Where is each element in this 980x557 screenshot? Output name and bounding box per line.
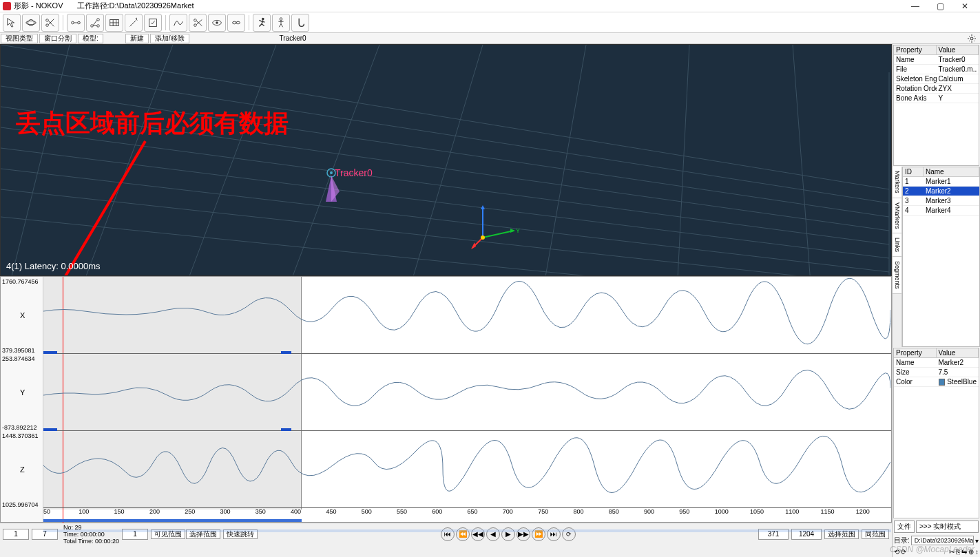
tool-grid-icon[interactable] <box>105 14 123 32</box>
tool-chain-icon[interactable] <box>227 14 245 32</box>
svg-point-23 <box>970 37 973 40</box>
marker-row: 1Marker1 <box>903 177 979 187</box>
svg-marker-51 <box>471 242 476 249</box>
subbar-viewtype[interactable]: 视图类型 <box>1 34 38 43</box>
main-toolbar <box>0 12 980 33</box>
tool-select-icon[interactable] <box>3 14 21 32</box>
svg-point-8 <box>97 18 100 21</box>
curve-plot-area[interactable]: 50100150 200250300 350400450 500550600 6… <box>43 277 891 522</box>
subbar-model[interactable]: 模型: <box>78 34 103 43</box>
watermark: CSDN @MocapLeader <box>890 545 974 554</box>
file-button[interactable]: 文件 <box>894 521 915 533</box>
tool-branch-icon[interactable] <box>86 14 104 32</box>
tool-cut-icon[interactable] <box>41 14 59 32</box>
marker-row-selected: 2Marker2 <box>903 187 979 196</box>
curve-z <box>43 431 890 508</box>
dir-label: 目录: <box>894 536 910 545</box>
marker-row: 3Marker3 <box>903 196 979 206</box>
subbar-new[interactable]: 新建 <box>125 34 149 43</box>
subbar-split[interactable]: 窗口分割 <box>39 34 76 43</box>
svg-point-4 <box>72 21 74 24</box>
gear-icon[interactable] <box>966 33 977 44</box>
tool-person-stand-icon[interactable] <box>272 14 290 32</box>
timeline-selection-bar[interactable] <box>43 519 302 522</box>
svg-point-1 <box>26 21 36 24</box>
bottom-bar: 1 7 No: 29 Time: 00:00:00 Total Time: 00… <box>0 523 892 545</box>
svg-point-21 <box>262 17 264 20</box>
svg-point-3 <box>46 19 49 21</box>
svg-line-36 <box>276 45 379 275</box>
tool-scissors-icon[interactable] <box>189 14 207 32</box>
frame-in-1[interactable]: 1 <box>3 529 29 540</box>
vtab-vmarkers[interactable]: VMarkers <box>893 198 901 234</box>
realtime-button[interactable]: >>> 实时模式 <box>916 521 979 533</box>
tool-orbit-icon[interactable] <box>22 14 40 32</box>
svg-point-16 <box>194 23 197 26</box>
dir-path[interactable]: D:\Data\20230926Mar <box>911 536 974 545</box>
svg-line-35 <box>173 45 276 275</box>
svg-point-18 <box>216 21 218 24</box>
time-total: Total Time: 00:00:20 <box>63 538 119 545</box>
svg-point-45 <box>330 171 333 174</box>
svg-line-38 <box>538 45 586 275</box>
svg-text:Y: Y <box>516 227 520 234</box>
vtab-markers[interactable]: Markers <box>893 167 901 198</box>
tool-person-run-icon[interactable] <box>253 14 271 32</box>
vtab-links[interactable]: Links <box>893 233 901 257</box>
edit-icon[interactable]: ↕ <box>975 548 979 556</box>
sub-toolbar: 视图类型 窗口分割 模型: 新建 添加/移除 Tracker0 <box>0 33 980 44</box>
svg-point-5 <box>78 21 81 24</box>
svg-point-22 <box>280 17 282 20</box>
annotation-arrow <box>35 134 173 276</box>
app-title: 形影 - NOKOV <box>14 1 63 11</box>
svg-point-20 <box>236 21 240 24</box>
tool-eye-icon[interactable] <box>208 14 226 32</box>
titlebar: 形影 - NOKOV 工作路径:D:\Data\20230926Market —… <box>0 0 980 12</box>
vtab-segments[interactable]: Segments <box>893 257 901 294</box>
svg-point-19 <box>233 21 236 24</box>
close-button[interactable]: ✕ <box>952 0 977 12</box>
3d-viewport[interactable]: 丢点区域前后必须有数据 Tracker0 Y 4(1) Latency: 0.0… <box>0 44 892 276</box>
marker-row: 4Marker4 <box>903 206 979 216</box>
minimize-button[interactable]: — <box>903 0 928 12</box>
svg-point-52 <box>481 235 485 240</box>
svg-point-2 <box>46 23 49 26</box>
svg-line-39 <box>676 45 689 275</box>
curve-editor[interactable]: 1760.767456 X 379.395081 253.874634 Y -8… <box>0 276 892 523</box>
svg-marker-49 <box>510 229 515 233</box>
svg-marker-47 <box>481 205 485 209</box>
svg-line-40 <box>793 45 813 275</box>
axis-gizmo: Y <box>469 200 524 255</box>
subbar-addremove[interactable]: 添加/移除 <box>150 34 189 43</box>
vertical-tabs: Markers VMarkers Links Segments <box>893 167 902 347</box>
dropdown-icon[interactable]: ▾ <box>975 537 979 545</box>
subbar-tracker: Tracker0 <box>280 34 306 42</box>
tool-curve-icon[interactable] <box>169 14 187 32</box>
curve-y-labels: 1760.767456 X 379.395081 253.874634 Y -8… <box>1 277 43 522</box>
tool-wand-icon[interactable] <box>125 14 143 32</box>
latency-text: 4(1) Latency: 0.0000ms <box>6 261 101 271</box>
svg-point-9 <box>97 24 100 27</box>
right-panel: PropertyValue NameTracker0 FileTracker0.… <box>892 44 980 557</box>
tracker-label: Tracker0 <box>335 167 373 178</box>
curve-x <box>43 277 890 354</box>
workpath-label: 工作路径:D:\Data\20230926Market <box>77 1 194 11</box>
maximize-button[interactable]: ▢ <box>928 0 952 12</box>
app-icon <box>3 2 11 10</box>
curve-y <box>43 354 890 431</box>
tool-process-icon[interactable] <box>144 14 162 32</box>
svg-point-15 <box>194 19 197 21</box>
svg-point-7 <box>91 24 94 27</box>
color-swatch[interactable] <box>939 379 946 386</box>
marker-properties-panel: PropertyValue NameMarker2 Size7.5 ColorS… <box>893 348 979 518</box>
tool-link-icon[interactable] <box>67 14 85 32</box>
svg-line-48 <box>483 231 514 238</box>
svg-line-42 <box>48 141 145 276</box>
marker-list[interactable]: IDName 1Marker1 2Marker2 3Marker3 4Marke… <box>902 167 980 347</box>
properties-panel: PropertyValue NameTracker0 FileTracker0.… <box>893 45 979 166</box>
tool-hook-icon[interactable] <box>291 14 309 32</box>
